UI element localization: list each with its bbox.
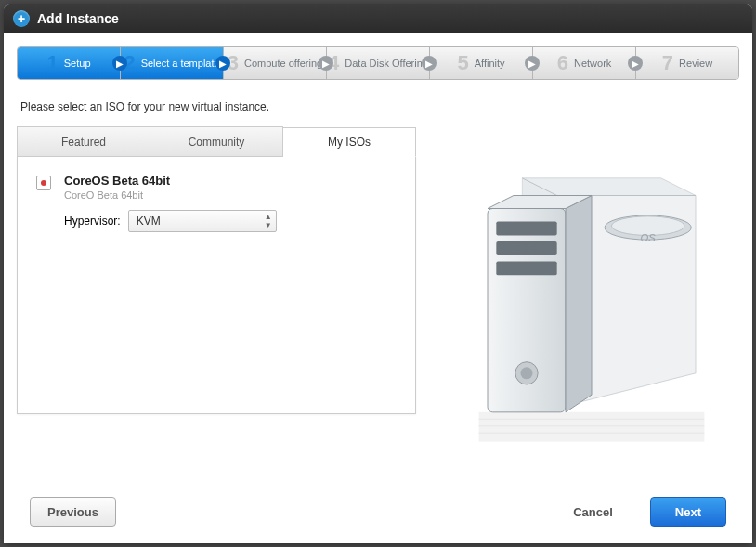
chevron-right-icon: ▶ bbox=[215, 56, 230, 71]
chevron-right-icon: ▶ bbox=[525, 56, 540, 71]
svg-point-14 bbox=[520, 367, 532, 379]
chevron-right-icon: ▶ bbox=[112, 56, 127, 71]
hypervisor-value: KVM bbox=[137, 215, 161, 228]
step-data-disk-offering[interactable]: 4 Data Disk Offering ▶ bbox=[327, 47, 430, 79]
chevron-right-icon: ▶ bbox=[628, 56, 643, 71]
chevron-right-icon: ▶ bbox=[422, 56, 437, 71]
tab-content: CoreOS Beta 64bit CoreO Beta 64bit Hyper… bbox=[17, 156, 416, 414]
chevron-right-icon: ▶ bbox=[319, 56, 333, 71]
svg-rect-10 bbox=[496, 222, 556, 236]
dialog-body: 1 Setup ▶ 2 Select a template ▶ 3 Comput… bbox=[4, 33, 752, 543]
previous-button[interactable]: Previous bbox=[30, 497, 116, 527]
svg-marker-15 bbox=[566, 196, 592, 412]
hypervisor-label: Hypervisor: bbox=[64, 215, 121, 228]
content-row: Featured Community My ISOs CoreOS Beta 6… bbox=[17, 126, 739, 480]
step-select-template[interactable]: 2 Select a template ▶ bbox=[121, 47, 224, 79]
dialog-footer: Previous Cancel Next bbox=[17, 480, 739, 543]
hypervisor-select[interactable]: KVM ▲▼ bbox=[128, 210, 277, 232]
iso-details: CoreOS Beta 64bit CoreO Beta 64bit Hyper… bbox=[64, 174, 397, 232]
hypervisor-row: Hypervisor: KVM ▲▼ bbox=[64, 210, 397, 232]
instruction-text: Please select an ISO for your new virtua… bbox=[20, 100, 739, 113]
vm-illustration: OS bbox=[444, 126, 739, 480]
iso-desc: CoreO Beta 64bit bbox=[64, 189, 397, 201]
step-review[interactable]: 7 Review bbox=[636, 47, 738, 79]
wizard-steps: 1 Setup ▶ 2 Select a template ▶ 3 Comput… bbox=[17, 46, 739, 80]
iso-tabs: Featured Community My ISOs bbox=[17, 126, 416, 156]
iso-name: CoreOS Beta 64bit bbox=[64, 174, 397, 188]
iso-radio[interactable] bbox=[36, 176, 51, 190]
step-affinity[interactable]: 5 Affinity ▶ bbox=[430, 47, 533, 79]
svg-rect-0 bbox=[479, 412, 705, 442]
spinner-icon: ▲▼ bbox=[265, 213, 272, 229]
step-compute-offering[interactable]: 3 Compute offering ▶ bbox=[224, 47, 327, 79]
add-icon bbox=[13, 10, 30, 27]
computer-tower-icon: OS bbox=[462, 145, 722, 480]
add-instance-dialog: Add Instance 1 Setup ▶ 2 Select a templa… bbox=[4, 4, 752, 543]
iso-item: CoreOS Beta 64bit CoreO Beta 64bit Hyper… bbox=[36, 174, 397, 232]
next-button[interactable]: Next bbox=[650, 497, 726, 527]
tab-featured[interactable]: Featured bbox=[17, 126, 150, 156]
disc-label: OS bbox=[641, 232, 657, 243]
svg-rect-12 bbox=[496, 261, 556, 275]
step-setup[interactable]: 1 Setup ▶ bbox=[18, 47, 121, 79]
dialog-title: Add Instance bbox=[37, 11, 119, 26]
step-network[interactable]: 6 Network ▶ bbox=[533, 47, 636, 79]
iso-panel: Featured Community My ISOs CoreOS Beta 6… bbox=[17, 126, 416, 480]
svg-rect-11 bbox=[496, 241, 556, 255]
cancel-button[interactable]: Cancel bbox=[573, 505, 613, 519]
tab-my-isos[interactable]: My ISOs bbox=[283, 127, 416, 157]
titlebar: Add Instance bbox=[4, 4, 752, 33]
tab-community[interactable]: Community bbox=[150, 126, 283, 156]
